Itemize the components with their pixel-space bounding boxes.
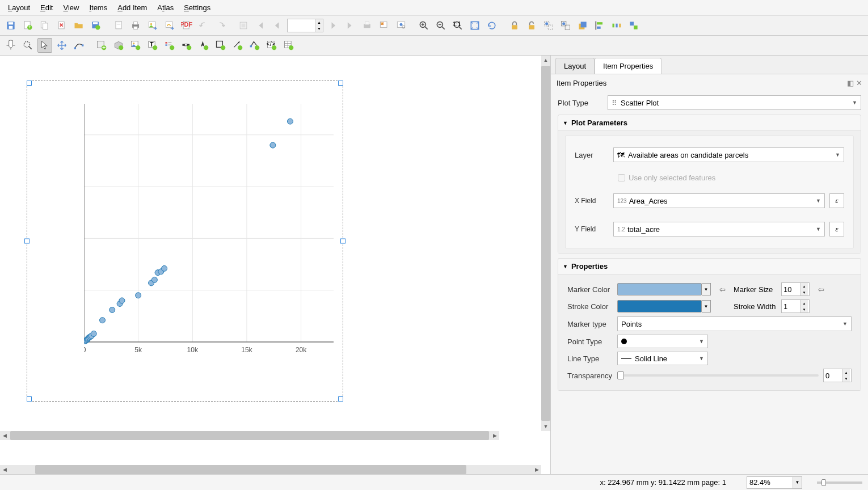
- atlas-print-icon[interactable]: [360, 18, 374, 33]
- zoom-in-icon[interactable]: [416, 18, 431, 33]
- add-arrow-icon[interactable]: [230, 38, 245, 53]
- select-tool-icon[interactable]: [37, 38, 52, 53]
- export-svg-icon[interactable]: [162, 18, 177, 33]
- resize-handle[interactable]: [338, 396, 343, 402]
- export-pdf-icon[interactable]: PDF: [179, 18, 194, 33]
- menu-edit[interactable]: Edit: [36, 2, 57, 14]
- zoom-tool-icon[interactable]: [20, 38, 35, 53]
- x-field-combo[interactable]: 123 Area_Acres ▼: [613, 193, 825, 208]
- tab-layout[interactable]: Layout: [555, 58, 595, 74]
- undo-icon[interactable]: [196, 18, 211, 33]
- hscroll-canvas[interactable]: ◀▶: [0, 431, 499, 440]
- refresh-icon[interactable]: [484, 18, 499, 33]
- hscroll-bottom[interactable]: ◀▶: [0, 465, 541, 474]
- raise-icon[interactable]: [575, 18, 590, 33]
- vscroll-canvas[interactable]: ▲▼: [541, 56, 550, 431]
- unlock-icon[interactable]: [524, 18, 539, 33]
- zoom-actual-icon[interactable]: 1:1: [450, 18, 465, 33]
- page-setup-icon[interactable]: [111, 18, 126, 33]
- zoom-combo[interactable]: ▼: [747, 476, 802, 489]
- y-field-expression-button[interactable]: ε: [829, 222, 844, 236]
- marker-size-override-icon[interactable]: ⇦: [814, 282, 828, 296]
- add-map-icon[interactable]: +: [94, 38, 109, 53]
- add-picture-icon[interactable]: [128, 38, 143, 53]
- menu-settings[interactable]: Settings: [179, 2, 215, 14]
- panel-close-icon[interactable]: ✕: [856, 79, 862, 87]
- add-3dmap-icon[interactable]: [111, 38, 126, 53]
- new-layout-icon[interactable]: +: [20, 18, 35, 33]
- delete-layout-icon[interactable]: [54, 18, 69, 33]
- menu-layout[interactable]: Layout: [3, 2, 35, 14]
- resize-icon[interactable]: [626, 18, 641, 33]
- zoom-out-icon[interactable]: [433, 18, 448, 33]
- marker-type-combo[interactable]: Points▼: [617, 316, 852, 331]
- prev-feature-icon[interactable]: [270, 18, 285, 33]
- menu-items[interactable]: Items: [85, 2, 112, 14]
- add-table-icon[interactable]: [281, 38, 296, 53]
- resize-handle[interactable]: [340, 239, 345, 244]
- menu-view[interactable]: View: [58, 2, 83, 14]
- marker-color-override-icon[interactable]: ⇦: [715, 282, 729, 296]
- atlas-settings-icon[interactable]: [394, 18, 408, 33]
- group-icon[interactable]: [541, 18, 556, 33]
- resize-handle[interactable]: [338, 81, 343, 86]
- add-node-item-icon[interactable]: [247, 38, 262, 53]
- distribute-icon[interactable]: [609, 18, 624, 33]
- edit-nodes-icon[interactable]: [71, 38, 86, 53]
- plot-type-combo[interactable]: ⠿ Scatter Plot ▼: [608, 95, 861, 110]
- align-left-icon[interactable]: [592, 18, 607, 33]
- svg-rect-58: [619, 24, 621, 28]
- add-legend-icon[interactable]: [162, 38, 177, 53]
- redo-icon[interactable]: [213, 18, 228, 33]
- print-icon[interactable]: [128, 18, 143, 33]
- atlas-page-spinner[interactable]: 1 ▲▼: [287, 19, 323, 32]
- move-content-icon[interactable]: [54, 38, 69, 53]
- menu-atlas[interactable]: Atlas: [153, 2, 178, 14]
- stroke-width-spinner[interactable]: ▲▼: [781, 299, 810, 313]
- marker-size-spinner[interactable]: ▲▼: [781, 282, 810, 296]
- section-plot-parameters[interactable]: Plot Parameters: [558, 115, 861, 130]
- atlas-page-input[interactable]: 1: [288, 20, 315, 31]
- export-image-icon[interactable]: [145, 18, 160, 33]
- save-template-icon[interactable]: [89, 18, 103, 33]
- layout-page[interactable]: 05k10k15k20k05k10k15k20k: [27, 81, 343, 402]
- resize-handle[interactable]: [24, 239, 30, 244]
- transparency-spinner[interactable]: ▲▼: [823, 369, 852, 382]
- add-label-icon[interactable]: T: [145, 38, 160, 53]
- add-shape-icon[interactable]: [213, 38, 228, 53]
- atlas-export-icon[interactable]: [377, 18, 391, 33]
- line-type-combo[interactable]: Solid Line▼: [617, 352, 708, 365]
- tab-item-properties[interactable]: Item Properties: [595, 58, 661, 74]
- canvas-area[interactable]: 05k10k15k20k05k10k15k20k ◀▶ ◀▶ ▲▼: [0, 56, 550, 474]
- y-field-combo[interactable]: 1.2 total_acre ▼: [613, 222, 825, 236]
- spin-up[interactable]: ▲: [315, 19, 323, 26]
- section-properties[interactable]: Properties: [558, 259, 861, 274]
- resize-handle[interactable]: [27, 396, 32, 402]
- marker-color-picker[interactable]: ▼: [617, 283, 711, 295]
- atlas-preview-icon[interactable]: [236, 18, 251, 33]
- add-scalebar-icon[interactable]: [179, 38, 194, 53]
- lock-icon[interactable]: [507, 18, 522, 33]
- open-icon[interactable]: [71, 18, 86, 33]
- pan-icon[interactable]: [3, 38, 18, 53]
- add-north-arrow-icon[interactable]: [196, 38, 211, 53]
- spin-down[interactable]: ▼: [315, 26, 323, 32]
- zoom-slider[interactable]: [817, 481, 862, 484]
- layer-combo[interactable]: 🗺 Available areas on candidate parcels ▼: [613, 147, 844, 162]
- add-html-icon[interactable]: </>: [264, 38, 279, 53]
- resize-handle[interactable]: [27, 81, 32, 86]
- duplicate-layout-icon[interactable]: [37, 18, 52, 33]
- first-feature-icon[interactable]: [253, 18, 268, 33]
- panel-undock-icon[interactable]: ◧: [847, 79, 854, 87]
- last-feature-icon[interactable]: [343, 18, 357, 33]
- save-icon[interactable]: [3, 18, 18, 33]
- transparency-slider[interactable]: [617, 374, 819, 377]
- point-type-combo[interactable]: ▼: [617, 335, 708, 348]
- next-feature-icon[interactable]: [326, 18, 340, 33]
- x-field-expression-button[interactable]: ε: [829, 193, 844, 208]
- ungroup-icon[interactable]: [558, 18, 573, 33]
- zoom-full-icon[interactable]: [467, 18, 482, 33]
- svg-line-33: [425, 27, 428, 29]
- stroke-color-picker[interactable]: ▼: [617, 300, 711, 312]
- menu-add-item[interactable]: Add Item: [113, 2, 151, 14]
